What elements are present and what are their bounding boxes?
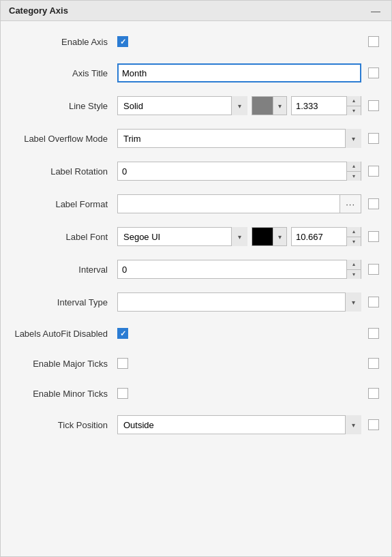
- label-overflow-row-check[interactable]: [368, 133, 379, 144]
- label-font-size-spinner: ▴ ▾: [291, 227, 361, 246]
- line-width-input[interactable]: [292, 97, 346, 115]
- label-rotation-label: Label Rotation: [12, 166, 117, 177]
- labels-autofit-row: Labels AutoFit Disabled: [1, 318, 391, 348]
- line-width-spinner: ▴ ▾: [291, 96, 361, 115]
- labels-autofit-row-checkbox: [367, 328, 380, 339]
- line-width-up[interactable]: ▴: [347, 96, 361, 106]
- interval-type-select[interactable]: [117, 292, 361, 312]
- interval-row-checkbox: [367, 264, 380, 275]
- enable-axis-row-check[interactable]: [368, 36, 379, 47]
- line-color-swatch[interactable]: ▾: [252, 96, 287, 115]
- category-axis-panel: Category Axis — Enable Axis Axis Title: [0, 0, 392, 557]
- axis-title-row-check[interactable]: [368, 67, 379, 78]
- label-font-row: Label Font Segoe UI ▾ ▾ ▴ ▾: [1, 220, 391, 253]
- enable-major-ticks-row-checkbox: [367, 358, 380, 369]
- label-font-color-arrow: ▾: [273, 228, 286, 245]
- interval-down[interactable]: ▾: [347, 270, 361, 280]
- label-format-label: Label Format: [12, 199, 117, 209]
- enable-minor-ticks-control: [117, 388, 361, 399]
- label-rotation-down[interactable]: ▾: [347, 172, 361, 181]
- panel-body: Enable Axis Axis Title Line Style: [1, 21, 391, 447]
- panel-title: Category Axis: [9, 5, 68, 16]
- interval-type-row: Interval Type ▾: [1, 286, 391, 318]
- tick-position-row-checkbox: [367, 419, 380, 430]
- enable-minor-ticks-row: Enable Minor Ticks: [1, 378, 391, 408]
- interval-control: ▴ ▾: [117, 260, 361, 279]
- line-style-row-checkbox: [367, 100, 380, 111]
- enable-axis-row-checkbox: [367, 36, 380, 47]
- tick-position-row: Tick Position Outside ▾: [1, 408, 391, 441]
- interval-up[interactable]: ▴: [347, 260, 361, 270]
- line-style-select[interactable]: Solid: [117, 96, 247, 115]
- label-font-row-check[interactable]: [368, 231, 379, 242]
- label-font-row-checkbox: [367, 231, 380, 242]
- line-color-preview: [252, 97, 273, 115]
- axis-title-row: Axis Title: [1, 57, 391, 89]
- tick-position-row-check[interactable]: [368, 419, 379, 430]
- interval-type-row-checkbox: [367, 297, 380, 307]
- label-format-row-checkbox: [367, 198, 380, 209]
- label-rotation-up[interactable]: ▴: [347, 162, 361, 172]
- label-overflow-row: Label Overflow Mode Trim ▾: [1, 122, 391, 155]
- enable-minor-ticks-label: Enable Minor Ticks: [12, 389, 117, 399]
- label-format-ellipsis-button[interactable]: ···: [340, 194, 361, 213]
- label-format-input[interactable]: [117, 194, 340, 213]
- enable-major-ticks-row: Enable Major Ticks: [1, 348, 391, 378]
- enable-minor-ticks-checkbox[interactable]: [117, 388, 128, 399]
- label-font-color-preview: [252, 228, 273, 245]
- label-rotation-input[interactable]: [118, 162, 346, 180]
- enable-major-ticks-label: Enable Major Ticks: [12, 359, 117, 369]
- minimize-button[interactable]: —: [368, 6, 383, 16]
- label-format-control: ···: [117, 194, 361, 213]
- enable-major-ticks-checkbox[interactable]: [117, 358, 128, 369]
- interval-type-control: ▾: [117, 292, 361, 312]
- interval-spinner: ▴ ▾: [117, 260, 361, 279]
- axis-title-label: Axis Title: [12, 68, 117, 78]
- interval-type-row-check[interactable]: [368, 297, 379, 307]
- label-font-color-swatch[interactable]: ▾: [252, 227, 287, 246]
- label-rotation-row-check[interactable]: [368, 166, 379, 177]
- label-format-row-check[interactable]: [368, 198, 379, 209]
- enable-axis-control: [117, 36, 361, 47]
- enable-axis-row: Enable Axis: [1, 27, 391, 57]
- interval-row-check[interactable]: [368, 264, 379, 275]
- line-width-down[interactable]: ▾: [347, 106, 361, 116]
- axis-title-control: [117, 63, 361, 82]
- label-font-size-up[interactable]: ▴: [347, 227, 361, 237]
- tick-position-control: Outside ▾: [117, 415, 361, 434]
- tick-position-select[interactable]: Outside: [117, 415, 361, 434]
- enable-minor-ticks-row-check[interactable]: [368, 388, 379, 399]
- enable-major-ticks-row-check[interactable]: [368, 358, 379, 369]
- tick-position-label: Tick Position: [12, 420, 117, 430]
- line-style-control: Solid ▾ ▾ ▴ ▾: [117, 96, 361, 115]
- labels-autofit-control: [117, 328, 361, 339]
- line-width-buttons: ▴ ▾: [346, 96, 361, 115]
- label-format-row: Label Format ···: [1, 187, 391, 220]
- axis-title-input[interactable]: [117, 63, 361, 82]
- enable-axis-checkbox[interactable]: [117, 36, 128, 47]
- interval-label: Interval: [12, 265, 117, 275]
- line-style-row: Line Style Solid ▾ ▾ ▴ ▾: [1, 89, 391, 122]
- labels-autofit-label: Labels AutoFit Disabled: [12, 329, 117, 339]
- label-overflow-select[interactable]: Trim: [117, 129, 361, 148]
- labels-autofit-checkbox[interactable]: [117, 328, 128, 339]
- label-overflow-row-checkbox: [367, 133, 380, 144]
- line-style-row-check[interactable]: [368, 100, 379, 111]
- interval-type-label: Interval Type: [12, 297, 117, 307]
- interval-row: Interval ▴ ▾: [1, 253, 391, 286]
- enable-minor-ticks-row-checkbox: [367, 388, 380, 399]
- enable-major-ticks-control: [117, 358, 361, 369]
- label-overflow-control: Trim ▾: [117, 129, 361, 148]
- labels-autofit-row-check[interactable]: [368, 328, 379, 339]
- label-font-control: Segoe UI ▾ ▾ ▴ ▾: [117, 227, 361, 246]
- label-font-size-down[interactable]: ▾: [347, 237, 361, 247]
- label-rotation-row-checkbox: [367, 166, 380, 177]
- panel-header: Category Axis —: [1, 1, 391, 21]
- interval-buttons: ▴ ▾: [346, 260, 361, 279]
- interval-input[interactable]: [118, 260, 346, 278]
- label-font-select[interactable]: Segoe UI: [117, 227, 247, 246]
- label-font-size-input[interactable]: [292, 228, 346, 245]
- label-rotation-control: ▴ ▾: [117, 162, 361, 181]
- label-rotation-row: Label Rotation ▴ ▾: [1, 155, 391, 187]
- label-font-label: Label Font: [12, 232, 117, 242]
